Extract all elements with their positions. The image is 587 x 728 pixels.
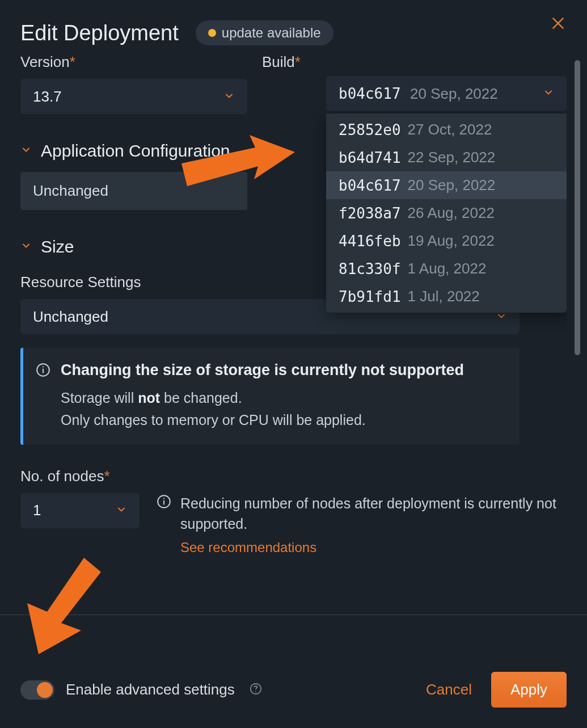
- info-title: Changing the size of storage is currentl…: [61, 361, 507, 379]
- svg-point-11: [255, 691, 256, 692]
- modal-title: Edit Deployment: [20, 21, 179, 45]
- chevron-down-icon: [116, 502, 127, 519]
- build-select[interactable]: b04c617 20 Sep, 2022: [326, 76, 567, 111]
- version-label: Version*: [20, 53, 247, 71]
- build-option-id: b64d741: [339, 149, 401, 166]
- build-option-date: 26 Aug, 2022: [408, 204, 495, 222]
- chevron-down-icon: [543, 87, 554, 100]
- cancel-button[interactable]: Cancel: [426, 681, 472, 698]
- storage-info-banner: Changing the size of storage is currentl…: [20, 348, 520, 445]
- advanced-settings-toggle[interactable]: [20, 680, 54, 700]
- version-select[interactable]: 13.7: [20, 79, 247, 114]
- status-dot-icon: [208, 29, 216, 37]
- build-option-date: 1 Aug, 2022: [408, 260, 487, 277]
- build-selected-date: 20 Sep, 2022: [410, 85, 498, 102]
- apply-button[interactable]: Apply: [491, 672, 567, 708]
- build-option-date: 19 Aug, 2022: [408, 232, 495, 250]
- resource-settings-value: Unchanged: [33, 308, 108, 326]
- close-button[interactable]: [551, 16, 565, 33]
- nodes-label: No. of nodes*: [20, 468, 567, 485]
- build-option-id: 25852e0: [339, 121, 401, 138]
- build-option-id: 4416feb: [339, 233, 401, 250]
- build-option-id: f2038a7: [339, 205, 401, 222]
- update-available-badge: update available: [196, 20, 333, 45]
- toggle-knob: [37, 682, 53, 698]
- build-option-date: 27 Oct, 2022: [408, 121, 492, 138]
- chevron-down-icon: [20, 144, 32, 158]
- svg-point-4: [43, 367, 44, 368]
- toggle-label: Enable advanced settings: [66, 681, 235, 698]
- info-text: Storage will not be changed. Only change…: [61, 387, 507, 431]
- build-dropdown: b04c617 20 Sep, 2022 25852e027 Oct, 2022…: [326, 76, 567, 313]
- chevron-down-icon: [223, 88, 235, 106]
- info-icon: [157, 494, 171, 556]
- svg-point-7: [163, 498, 164, 499]
- nodes-value: 1: [33, 502, 41, 519]
- section-title: Application Configuration: [41, 141, 230, 161]
- help-icon[interactable]: [250, 683, 262, 697]
- build-option[interactable]: 81c330f1 Aug, 2022: [326, 255, 567, 283]
- build-option-date: 1 Jul, 2022: [408, 288, 480, 305]
- build-option-id: b04c617: [339, 177, 401, 194]
- info-icon: [36, 363, 50, 431]
- build-option-list: 25852e027 Oct, 2022b64d74122 Sep, 2022b0…: [326, 113, 567, 313]
- see-recommendations-link[interactable]: See recommendations: [180, 540, 316, 555]
- build-option-date: 22 Sep, 2022: [408, 149, 496, 166]
- modal-header: Edit Deployment update available: [20, 20, 567, 45]
- edit-deployment-modal: Edit Deployment update available Version…: [0, 0, 587, 728]
- build-selected-id: b04c617: [339, 85, 401, 102]
- modal-footer: Enable advanced settings Cancel Apply: [0, 615, 587, 728]
- nodes-note-text: Reducing number of nodes after deploymen…: [180, 493, 567, 535]
- build-option-id: 81c330f: [339, 260, 401, 277]
- build-option[interactable]: b64d74122 Sep, 2022: [326, 144, 567, 171]
- build-option[interactable]: f2038a726 Aug, 2022: [326, 199, 567, 227]
- build-option[interactable]: 7b91fd11 Jul, 2022: [326, 283, 567, 310]
- build-option[interactable]: b04c61720 Sep, 2022: [326, 171, 567, 199]
- app-config-value: Unchanged: [20, 172, 247, 210]
- chevron-down-icon: [20, 240, 32, 254]
- build-option-id: 7b91fd1: [339, 288, 401, 305]
- badge-text: update available: [222, 25, 321, 41]
- build-option[interactable]: 4416feb19 Aug, 2022: [326, 227, 567, 255]
- build-option[interactable]: 25852e027 Oct, 2022: [326, 116, 567, 144]
- build-option-date: 20 Sep, 2022: [408, 176, 496, 194]
- modal-content: Version* 13.7 Build* b04c617 20 Sep, 202…: [20, 53, 567, 555]
- version-value: 13.7: [33, 88, 62, 106]
- nodes-note: Reducing number of nodes after deploymen…: [157, 493, 567, 556]
- build-label: Build*: [262, 53, 567, 71]
- section-title: Size: [41, 237, 74, 256]
- scrollbar[interactable]: [575, 60, 580, 355]
- nodes-select[interactable]: 1: [20, 493, 140, 528]
